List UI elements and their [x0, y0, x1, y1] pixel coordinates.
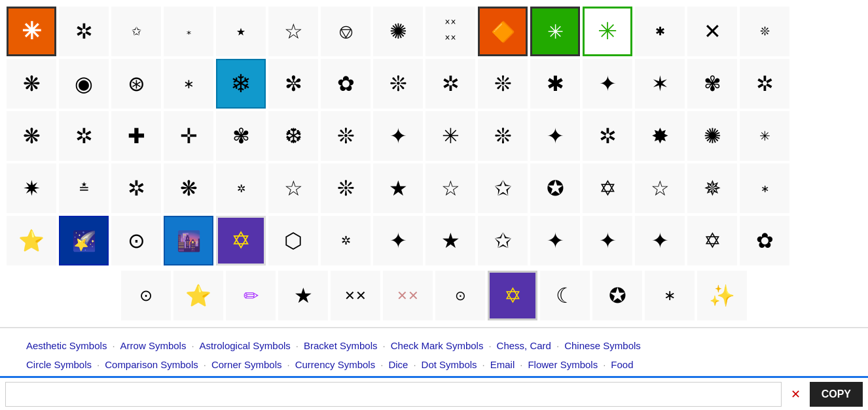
- clear-button[interactable]: ✕: [787, 387, 805, 401]
- symbol-cell[interactable]: ✡: [583, 163, 632, 213]
- category-chess[interactable]: Chess, Card: [497, 339, 551, 352]
- symbol-cell[interactable]: ✲: [111, 163, 161, 213]
- symbol-cell[interactable]: ★: [425, 216, 475, 265]
- copy-button[interactable]: COPY: [810, 382, 863, 407]
- symbol-cell[interactable]: ✪: [530, 163, 580, 213]
- symbol-cell[interactable]: ❊: [373, 59, 423, 109]
- category-aesthetic[interactable]: Aesthetic Symbols: [26, 339, 107, 352]
- category-circle[interactable]: Circle Symbols: [26, 358, 92, 371]
- symbol-cell[interactable]: ✩: [478, 163, 528, 213]
- symbol-cell[interactable]: ❊: [321, 163, 371, 213]
- symbol-cell[interactable]: ☾: [540, 271, 590, 320]
- category-checkmark[interactable]: Check Mark Symbols: [391, 339, 484, 352]
- symbol-cell[interactable]: ✿: [740, 216, 789, 265]
- symbol-cell-purple[interactable]: ✡: [216, 216, 266, 265]
- category-bracket[interactable]: Bracket Symbols: [304, 339, 378, 352]
- symbol-cell[interactable]: ✦: [583, 216, 632, 265]
- symbol-cell[interactable]: ★: [278, 271, 328, 320]
- symbol-cell[interactable]: ✲: [216, 163, 266, 213]
- symbol-cell[interactable]: ❋: [7, 59, 56, 109]
- symbol-cell[interactable]: ✱: [635, 7, 685, 56]
- symbol-cell[interactable]: ✼: [268, 59, 318, 109]
- symbol-cell[interactable]: ✲: [59, 111, 109, 161]
- symbol-cell[interactable]: ✪: [592, 271, 642, 320]
- category-email[interactable]: Email: [490, 358, 515, 371]
- symbol-cell[interactable]: ✳: [7, 7, 56, 56]
- symbol-cell-green-outline[interactable]: ✳: [583, 7, 632, 56]
- symbol-cell[interactable]: ✾: [687, 59, 737, 109]
- symbol-cell[interactable]: ✦: [530, 216, 580, 265]
- symbol-cell[interactable]: ❊: [478, 59, 528, 109]
- symbol-cell[interactable]: ✏: [226, 271, 276, 320]
- symbol-cell[interactable]: ⊙: [435, 271, 485, 320]
- symbol-cell[interactable]: ✲: [425, 59, 475, 109]
- symbol-cell[interactable]: ∗: [645, 271, 695, 320]
- symbol-cell[interactable]: ❊: [321, 111, 371, 161]
- symbol-cell[interactable]: ✩: [111, 7, 161, 56]
- symbol-cell[interactable]: ✺: [687, 111, 737, 161]
- symbol-cell[interactable]: ⭐: [173, 271, 223, 320]
- symbol-cell[interactable]: ✸: [635, 111, 685, 161]
- category-flower[interactable]: Flower Symbols: [528, 358, 598, 371]
- category-dot[interactable]: Dot Symbols: [422, 358, 477, 371]
- symbol-cell[interactable]: ★: [373, 163, 423, 213]
- symbol-cell[interactable]: ✛: [164, 111, 213, 161]
- symbol-cell-orange[interactable]: 🔶: [478, 7, 528, 56]
- symbol-cell[interactable]: ✳: [425, 111, 475, 161]
- category-arrow[interactable]: Arrow Symbols: [120, 339, 187, 352]
- symbol-cell[interactable]: ⁎: [164, 7, 213, 56]
- symbol-cell[interactable]: ≛: [59, 163, 109, 213]
- symbol-cell[interactable]: ✷: [7, 163, 56, 213]
- category-chinese[interactable]: Chinese Symbols: [564, 339, 641, 352]
- symbol-cell[interactable]: ⊙: [111, 216, 161, 265]
- symbol-cell-snowflake[interactable]: ❄: [216, 59, 266, 109]
- category-dice[interactable]: Dice: [388, 358, 408, 371]
- symbol-cell-green[interactable]: ✳: [530, 7, 580, 56]
- symbol-cell[interactable]: ✦: [530, 111, 580, 161]
- symbol-cell[interactable]: ✲: [740, 59, 789, 109]
- symbol-cell[interactable]: ✡: [687, 216, 737, 265]
- symbol-cell[interactable]: ✲: [59, 7, 109, 56]
- symbol-cell[interactable]: ✦: [635, 216, 685, 265]
- symbol-cell[interactable]: ˣˣˣˣ: [425, 7, 475, 56]
- symbol-cell[interactable]: ✦: [373, 216, 423, 265]
- symbol-cell[interactable]: ☆: [268, 7, 318, 56]
- symbol-cell[interactable]: ✩: [478, 216, 528, 265]
- symbol-cell[interactable]: ⊛: [111, 59, 161, 109]
- symbol-cell[interactable]: ❋: [7, 111, 56, 161]
- symbol-cell[interactable]: ✶: [635, 59, 685, 109]
- symbol-cell[interactable]: ❊: [478, 111, 528, 161]
- symbol-cell[interactable]: ✳: [740, 111, 789, 161]
- symbol-cell[interactable]: ⊙: [121, 271, 171, 320]
- symbol-cell[interactable]: ⭐: [7, 216, 56, 265]
- symbol-cell[interactable]: ✕✕: [331, 271, 380, 320]
- symbol-cell[interactable]: ✾: [216, 111, 266, 161]
- symbol-cell[interactable]: ⬡: [268, 216, 318, 265]
- symbol-cell[interactable]: ✺: [373, 7, 423, 56]
- symbol-cell[interactable]: ✿: [321, 59, 371, 109]
- symbol-cell[interactable]: ✲: [583, 111, 632, 161]
- symbol-cell-purple2[interactable]: ✡: [488, 271, 537, 320]
- symbol-cell[interactable]: ✦: [583, 59, 632, 109]
- symbol-cell[interactable]: ✕: [687, 7, 737, 56]
- copy-input[interactable]: [5, 382, 782, 407]
- symbol-cell[interactable]: ☆: [635, 163, 685, 213]
- symbol-cell[interactable]: ✦: [373, 111, 423, 161]
- symbol-cell[interactable]: ✱: [530, 59, 580, 109]
- symbol-cell[interactable]: ☆: [425, 163, 475, 213]
- symbol-cell[interactable]: ❋: [164, 163, 213, 213]
- symbol-cell[interactable]: ✨: [697, 271, 747, 320]
- symbol-cell[interactable]: ✚: [111, 111, 161, 161]
- symbol-cell[interactable]: ❊: [740, 7, 789, 56]
- category-corner[interactable]: Corner Symbols: [211, 358, 282, 371]
- symbol-cell[interactable]: ✵: [687, 163, 737, 213]
- symbol-cell[interactable]: ◉: [59, 59, 109, 109]
- symbol-cell[interactable]: ❆: [268, 111, 318, 161]
- symbol-cell[interactable]: ⎊: [321, 7, 371, 56]
- symbol-cell[interactable]: ✕✕: [383, 271, 433, 320]
- symbol-cell[interactable]: ⋆: [216, 7, 266, 56]
- symbol-cell[interactable]: ∗: [164, 59, 213, 109]
- category-astrological[interactable]: Astrological Symbols: [200, 339, 291, 352]
- category-comparison[interactable]: Comparison Symbols: [105, 358, 198, 371]
- symbol-cell[interactable]: ☆: [268, 163, 318, 213]
